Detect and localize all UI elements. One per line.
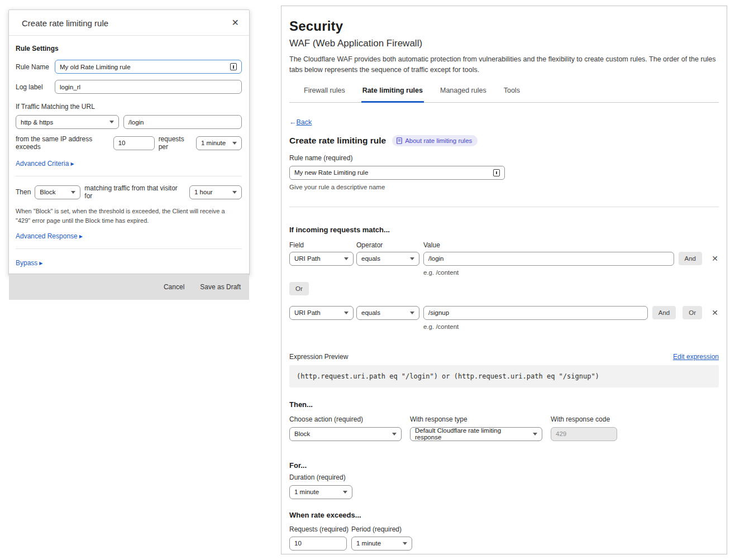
expression-row: Expression Preview Edit expression (289, 353, 719, 361)
url-match-row: http & https /login (16, 115, 242, 129)
rule-name-input[interactable]: My old Rate Limiting rule (55, 60, 242, 74)
response-code-column: With response code 429 (551, 415, 617, 441)
autofill-icon[interactable] (493, 169, 500, 176)
advanced-response-link[interactable]: Advanced Response▶ (16, 232, 83, 240)
rate-labels: Requests (required) Period (required) (289, 525, 719, 533)
block-duration-select[interactable]: 1 hour (189, 185, 242, 199)
arrow-left-icon: ← (289, 118, 297, 126)
and-button[interactable]: And (652, 306, 676, 319)
log-label-input[interactable]: login_rl (55, 80, 242, 94)
chevron-down-icon (232, 142, 237, 145)
dialog-title: Create rate limiting rule (22, 18, 108, 28)
response-code-input: 429 (551, 427, 617, 441)
scheme-value: http & https (21, 119, 53, 126)
url-input[interactable]: /login (123, 115, 242, 129)
value-hint: e.g. /content (423, 269, 719, 276)
advanced-criteria-link[interactable]: Advanced Criteria▶ (16, 160, 74, 167)
value-input[interactable]: /login (423, 252, 674, 266)
rule-name-input[interactable]: My new Rate Limiting rule (289, 166, 505, 180)
remove-condition-icon[interactable]: ✕ (711, 254, 719, 263)
close-icon[interactable]: ✕ (230, 17, 241, 28)
back-link[interactable]: ←Back (289, 118, 312, 126)
match-section: If incoming requests match... Field Oper… (289, 226, 719, 330)
divider (16, 248, 242, 249)
threshold-row: from the same IP address exceeds 10 requ… (16, 135, 242, 151)
rule-name-value: My old Rate Limiting rule (60, 64, 131, 70)
tab-firewall-rules[interactable]: Firewall rules (303, 87, 346, 103)
tab-rate-limiting-rules[interactable]: Rate limiting rules (361, 87, 424, 103)
rule-name-label: Rule name (required) (289, 154, 719, 162)
tab-managed-rules[interactable]: Managed rules (439, 87, 488, 103)
response-type-column: With response type Default Cloudflare ra… (410, 415, 542, 441)
log-label-label: Log label (16, 83, 55, 91)
save-as-draft-button[interactable]: Save as Draft (200, 283, 241, 291)
action-select[interactable]: Block (35, 185, 80, 199)
action-value: Block (294, 430, 310, 437)
rate-section: When rate exceeds... Requests (required)… (289, 511, 719, 551)
triangle-right-icon: ▶ (39, 261, 42, 266)
tab-tools[interactable]: Tools (503, 87, 521, 103)
response-type-label: With response type (410, 415, 542, 423)
chevron-down-icon (71, 191, 75, 194)
requests-value: 10 (294, 540, 302, 547)
field-select[interactable]: URI Path (289, 306, 354, 320)
value-input[interactable]: /signup (423, 306, 648, 320)
about-badge-label: About rate limiting rules (405, 137, 472, 144)
requests-input[interactable]: 10 (113, 136, 155, 150)
field-value: URI Path (294, 309, 321, 316)
bypass-link[interactable]: Bypass▶ (16, 259, 43, 267)
match-heading: If incoming requests match... (289, 226, 719, 234)
expression-code: (http.request.uri.path eq "/login") or (… (289, 365, 719, 387)
then-section: Then... Choose action (required) Block W… (289, 400, 719, 441)
legacy-rate-limit-dialog: Create rate limiting rule ✕ Rule Setting… (8, 9, 250, 276)
chevron-down-icon (232, 191, 237, 194)
and-button[interactable]: And (679, 252, 702, 265)
match-row-2: URI Path equals /signup And Or ✕ (289, 306, 719, 320)
chevron-down-icon (344, 312, 349, 314)
or-row: Or (289, 282, 719, 295)
triangle-right-icon: ▶ (70, 161, 74, 166)
field-value: URI Path (294, 255, 321, 262)
field-select[interactable]: URI Path (289, 252, 354, 266)
operator-select[interactable]: equals (356, 306, 419, 320)
for-heading: For... (289, 461, 719, 470)
url-value: /login (128, 119, 144, 126)
chevron-down-icon (403, 542, 407, 545)
rule-name-label: Rule Name (16, 63, 55, 71)
requests-input[interactable]: 10 (289, 537, 347, 551)
waf-tabs: Firewall rules Rate limiting rules Manag… (289, 87, 719, 103)
chevron-down-icon (392, 433, 397, 435)
autofill-icon[interactable] (230, 63, 237, 70)
exceeds-prefix-label: from the same IP address exceeds (16, 135, 109, 151)
divider (289, 207, 719, 207)
duration-select[interactable]: 1 minute (289, 485, 352, 499)
edit-expression-link[interactable]: Edit expression (673, 353, 719, 361)
block-note: When "Block" is set, when the threshold … (16, 207, 233, 225)
chevron-down-icon (109, 121, 114, 123)
operator-select[interactable]: equals (356, 252, 419, 266)
period-select[interactable]: 1 minute (351, 537, 412, 551)
create-rule-heading: Create rate limiting rule (289, 136, 386, 146)
requests-value: 10 (118, 140, 126, 146)
operator-value: equals (361, 309, 380, 316)
remove-condition-icon[interactable]: ✕ (711, 308, 719, 317)
traffic-match-label: If Traffic Matching the URL (16, 103, 242, 111)
about-rate-limiting-badge[interactable]: About rate limiting rules (392, 135, 478, 146)
response-type-select[interactable]: Default Cloudflare rate limiting respons… (410, 427, 542, 441)
duration-value: 1 minute (294, 489, 319, 495)
page-title: Security (289, 18, 719, 34)
waf-security-panel: Security WAF (Web Application Firewall) … (281, 6, 727, 554)
rate-heading: When rate exceeds... (289, 511, 719, 519)
action-select[interactable]: Block (289, 427, 402, 441)
period-select[interactable]: 1 minute (196, 136, 242, 150)
cancel-button[interactable]: Cancel (164, 283, 184, 291)
rule-name-value: My new Rate Limiting rule (294, 169, 368, 176)
waf-description: The Cloudflare WAF provides both automat… (289, 54, 717, 76)
or-button[interactable]: Or (682, 306, 702, 319)
back-row: ←Back (289, 117, 719, 127)
advanced-criteria-label: Advanced Criteria (16, 160, 69, 167)
rule-settings-heading: Rule Settings (16, 45, 242, 52)
scheme-select[interactable]: http & https (16, 115, 119, 129)
dialog-footer: Cancel Save as Draft (9, 274, 249, 300)
or-button[interactable]: Or (289, 282, 309, 295)
